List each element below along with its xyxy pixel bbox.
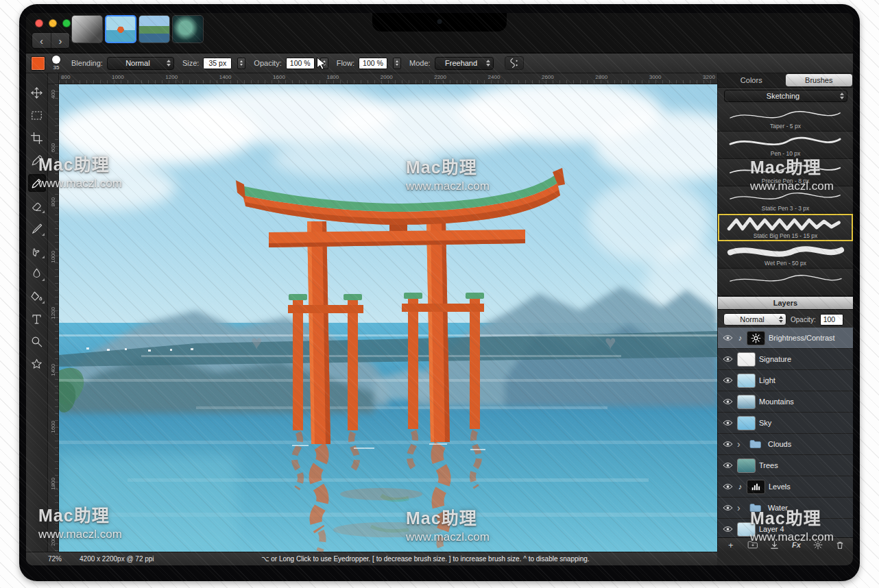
eye-icon[interactable]	[722, 334, 734, 341]
tool-zoom[interactable]	[28, 332, 46, 350]
ruler-tick: 1000	[50, 251, 56, 263]
tab-colors[interactable]: Colors	[718, 73, 785, 87]
blend-mode-dropdown[interactable]: Normal	[723, 313, 786, 326]
size-input[interactable]: 35 px	[203, 58, 232, 69]
ruler-tick: 3200	[703, 74, 715, 84]
layer-opacity-input[interactable]: 100	[820, 314, 843, 326]
page: ‹ › 35 Blending:	[0, 0, 879, 588]
ruler-tick: 1000	[112, 74, 124, 84]
forward-button[interactable]: ›	[51, 33, 69, 48]
color-swatch[interactable]	[31, 56, 45, 71]
ruler-tick: 1800	[326, 74, 339, 84]
ruler-tick: 400	[50, 90, 56, 99]
tool-pen[interactable]	[28, 151, 46, 169]
layer-row[interactable]: ›Water	[718, 498, 853, 519]
layer-thumbnail	[737, 373, 756, 388]
import-layer-button[interactable]	[767, 539, 782, 551]
tool-marquee-select[interactable]	[28, 106, 46, 124]
disclosure-icon[interactable]: ›	[737, 441, 743, 448]
canvas[interactable]	[59, 84, 717, 552]
layers-header: Layers	[718, 296, 853, 310]
fullscreen-button[interactable]	[62, 19, 71, 27]
brush-set-dropdown[interactable]: Sketching	[724, 90, 847, 102]
tab-brushes[interactable]: Brushes	[786, 74, 853, 86]
add-layer-button[interactable]: +	[723, 539, 738, 551]
blending-dropdown[interactable]: Normal	[107, 57, 174, 70]
eye-icon[interactable]	[722, 441, 734, 448]
layer-name: Clouds	[768, 440, 791, 448]
snapping-icon[interactable]	[505, 56, 524, 70]
adjustment-button[interactable]	[810, 539, 826, 551]
brush-preview: 35	[49, 56, 63, 71]
eye-icon[interactable]	[722, 526, 734, 532]
folder-icon	[746, 437, 764, 452]
brush-item-selected[interactable]: Static Big Pen 15 - 15 px	[718, 214, 853, 241]
layer-row[interactable]: ♪Levels	[718, 476, 853, 498]
brightness-contrast-thumbnail	[747, 331, 765, 345]
ruler-tick: 1200	[50, 307, 56, 319]
layer-row[interactable]: Light	[718, 370, 853, 391]
tool-text[interactable]	[28, 310, 46, 328]
document-tab-2-selected[interactable]	[105, 15, 136, 43]
flow-stepper[interactable]	[393, 58, 401, 69]
eye-icon[interactable]	[722, 377, 734, 384]
brush-item[interactable]: Taper - 5 px	[718, 104, 853, 132]
tool-eraser[interactable]	[28, 197, 46, 215]
tool-fill-bucket[interactable]	[28, 287, 46, 305]
eye-icon[interactable]	[722, 356, 734, 363]
eye-icon[interactable]	[722, 419, 734, 426]
brush-stroke-preview	[721, 106, 851, 124]
brush-set-value: Sketching	[767, 92, 799, 100]
opacity-stepper[interactable]	[320, 58, 328, 69]
layer-fx-button[interactable]: Fx	[788, 539, 804, 551]
tool-crop[interactable]	[28, 129, 46, 147]
ruler-top: 8001000120014001600180020002200240026002…	[59, 73, 717, 84]
ruler-tick: 2400	[488, 74, 501, 84]
brush-item[interactable]: Static Pen 3 - 3 px	[718, 186, 853, 214]
brush-item[interactable]: Pen - 10 px	[718, 132, 853, 159]
layer-row[interactable]: Sky	[718, 413, 853, 434]
tool-wet-brush[interactable]	[28, 265, 46, 282]
brush-item[interactable]: Precise Pen - 8 px	[718, 159, 853, 186]
layer-thumbnail	[737, 522, 756, 537]
tool-favorites[interactable]	[28, 355, 46, 373]
layer-row[interactable]: Trees	[718, 455, 853, 476]
minimize-button[interactable]	[49, 19, 57, 27]
brush-tip-icon	[52, 56, 60, 64]
status-bar: 72% 4200 x 2200px @ 72 ppi ⌥ or Long Cli…	[26, 552, 717, 565]
add-group-button[interactable]	[745, 539, 760, 551]
mode-dropdown[interactable]: Freehand	[435, 57, 494, 70]
brush-stroke-preview	[721, 270, 851, 289]
brush-item[interactable]	[718, 269, 853, 296]
layer-row[interactable]: ♪Brightness/Contrast	[718, 328, 853, 349]
delete-layer-button[interactable]	[832, 539, 847, 551]
ruler-tick: 600	[50, 143, 56, 152]
tool-smudge[interactable]	[28, 242, 46, 260]
document-tab-3[interactable]	[139, 15, 170, 43]
eye-icon[interactable]	[722, 462, 734, 469]
close-button[interactable]	[35, 19, 43, 27]
tool-pencil-selected[interactable]	[28, 174, 46, 192]
ruler-tick: 2000	[50, 534, 56, 546]
shortcut-hint: ⌥ or Long Click to use Eyedropper. [ to …	[154, 555, 717, 563]
ruler-tick: 1200	[165, 74, 178, 84]
document-tab-1[interactable]	[71, 15, 103, 43]
layer-row[interactable]: Signature	[718, 349, 853, 370]
clip-icon: ♪	[737, 482, 743, 491]
flow-input[interactable]: 100 %	[359, 58, 387, 69]
brush-item[interactable]: Wet Pen - 50 px	[718, 241, 853, 269]
size-stepper[interactable]	[237, 58, 245, 69]
tool-cut[interactable]	[28, 219, 46, 237]
tool-move[interactable]	[28, 84, 46, 101]
layer-name: Layer 4	[759, 525, 784, 533]
opacity-input[interactable]: 100 %	[286, 58, 315, 69]
chevron-updown-icon	[840, 93, 844, 99]
eye-icon[interactable]	[722, 504, 734, 511]
document-tab-4[interactable]	[172, 15, 204, 43]
eye-icon[interactable]	[722, 483, 734, 490]
layer-row[interactable]: ›Clouds	[718, 434, 853, 455]
disclosure-icon[interactable]: ›	[737, 504, 743, 511]
back-button[interactable]: ‹	[32, 33, 51, 48]
layer-row[interactable]: Mountains	[718, 391, 853, 413]
eye-icon[interactable]	[722, 398, 734, 405]
